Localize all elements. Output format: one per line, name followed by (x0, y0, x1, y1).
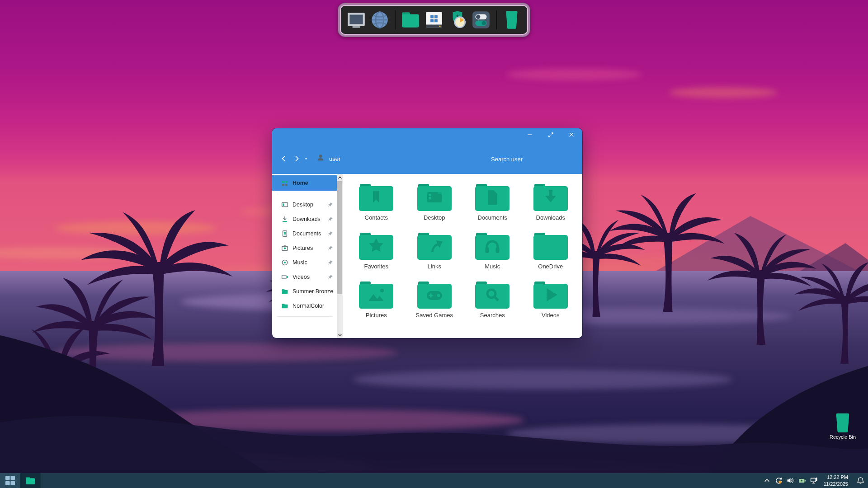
documents-icon (281, 230, 288, 237)
sidebar-item-label: Documents (292, 230, 321, 237)
folder-label: Pictures (366, 312, 387, 319)
folder-music-icon (474, 232, 511, 261)
folder-item-favorites[interactable]: Favorites (347, 232, 406, 270)
dock-icon-row (340, 5, 528, 35)
folder-item-videos[interactable]: Videos (522, 281, 580, 319)
folder-documents-icon (474, 183, 511, 212)
sync-icon[interactable] (775, 477, 783, 484)
minimize-button[interactable] (526, 131, 533, 138)
forward-icon (293, 155, 300, 162)
folder-item-music[interactable]: Music (463, 232, 522, 270)
scroll-down-icon (338, 333, 342, 337)
pin-icon[interactable] (327, 274, 333, 280)
folder-label: Desktop (424, 214, 445, 221)
recycle-bin-desktop-icon[interactable]: Recycle Bin (829, 413, 856, 440)
sidebar-item-label: Music (292, 259, 307, 266)
downloads-icon (281, 216, 288, 223)
dock-globe-icon[interactable] (369, 9, 391, 31)
pin-icon[interactable] (327, 231, 333, 237)
folder-label: Contacts (365, 214, 388, 221)
back-button[interactable] (278, 152, 290, 165)
breadcrumb[interactable]: user (329, 155, 340, 162)
folder-item-documents[interactable]: Documents (463, 183, 522, 221)
sidebar: HomeDesktopDownloadsDocumentsPicturesMus… (272, 174, 337, 338)
folder-label: Favorites (364, 263, 388, 270)
titlebar: user (272, 128, 582, 174)
folder-item-pictures[interactable]: Pictures (347, 281, 406, 319)
scroll-up-button[interactable] (337, 174, 343, 181)
sidebar-item-normalcolor[interactable]: NormalColor (272, 299, 337, 313)
folder-item-links[interactable]: Links (406, 232, 464, 270)
folder-pictures-icon (358, 281, 395, 310)
recycle-bin-label: Recycle Bin (830, 434, 856, 440)
sidebar-item-pictures[interactable]: Pictures (272, 241, 337, 255)
pin-icon[interactable] (327, 202, 333, 208)
dock-display-icon[interactable] (345, 9, 367, 31)
dock (338, 3, 530, 37)
search-input[interactable] (490, 152, 578, 166)
folder-label: Saved Games (416, 312, 453, 319)
system-tray: 12:22 PM 11/22/2025 (763, 473, 868, 488)
sidebar-item-label: Downloads (292, 216, 321, 222)
dock-divider (395, 10, 396, 29)
dock-folder-icon[interactable] (400, 9, 421, 31)
sidebar-item-label: Pictures (292, 245, 313, 251)
scroll-up-icon (338, 176, 342, 179)
clock-time: 12:22 PM (824, 474, 848, 480)
taskbar-clock[interactable]: 12:22 PM 11/22/2025 (824, 474, 848, 487)
pin-icon[interactable] (327, 245, 333, 251)
dock-trash-icon[interactable] (501, 9, 523, 31)
folder-label: Links (428, 263, 441, 270)
folder-item-contacts[interactable]: Contacts (347, 183, 406, 221)
sidebar-item-home[interactable]: Home (272, 175, 337, 191)
folder-item-desktop[interactable]: Desktop (406, 183, 464, 221)
dock-settings-toggles-icon[interactable] (470, 9, 492, 31)
pen-display-icon[interactable] (810, 477, 818, 484)
window-controls (526, 131, 575, 138)
sidebar-item-documents[interactable]: Documents (272, 226, 337, 241)
dock-security-clock-icon[interactable] (447, 9, 468, 31)
pin-icon[interactable] (327, 216, 333, 222)
window-body: HomeDesktopDownloadsDocumentsPicturesMus… (272, 174, 582, 338)
sidebar-item-desktop[interactable]: Desktop (272, 197, 337, 212)
scrollbar-thumb[interactable] (337, 181, 342, 294)
folder-item-searches[interactable]: Searches (463, 281, 522, 319)
folder-item-downloads[interactable]: Downloads (522, 183, 580, 221)
folder-item-onedrive[interactable]: OneDrive (522, 232, 580, 270)
dock-divider (496, 10, 497, 29)
folder-label: OneDrive (538, 263, 563, 270)
sidebar-scrollbar[interactable] (337, 174, 343, 338)
folder-searches-icon (474, 281, 511, 310)
file-explorer-taskbar-button[interactable] (20, 473, 41, 488)
folder-favorites-icon (358, 232, 395, 261)
start-button[interactable] (0, 473, 20, 488)
pin-icon[interactable] (327, 260, 333, 266)
sidebar-item-music[interactable]: Music (272, 255, 337, 270)
clock-date: 11/22/2025 (824, 481, 848, 487)
folder-desktop-icon (416, 183, 453, 212)
close-button[interactable] (568, 131, 575, 138)
scroll-down-button[interactable] (337, 331, 343, 338)
folder-label: Videos (542, 312, 560, 319)
minimize-icon (527, 132, 533, 137)
maximize-button[interactable] (547, 131, 554, 138)
sidebar-item-downloads[interactable]: Downloads (272, 212, 337, 226)
pictures-icon (281, 244, 288, 252)
folder-label: Searches (480, 312, 505, 319)
dock-windows-drive-icon[interactable] (423, 9, 445, 31)
navigation-bar: user (278, 152, 340, 165)
battery-icon[interactable] (798, 477, 806, 484)
chevron-up-icon[interactable] (763, 477, 771, 484)
sidebar-item-label: Desktop (292, 202, 313, 208)
folder-item-saved-games[interactable]: Saved Games (406, 281, 464, 319)
sidebar-item-summer-bronze[interactable]: Summer Bronze (272, 284, 337, 299)
notifications-button[interactable] (857, 477, 864, 484)
forward-button[interactable] (290, 152, 303, 165)
volume-icon[interactable] (787, 477, 794, 484)
desktop-icon (281, 201, 288, 208)
sidebar-item-videos[interactable]: Videos (272, 270, 337, 284)
folder-links-icon (416, 232, 453, 261)
close-icon (569, 132, 574, 137)
folder-label: Music (485, 263, 500, 270)
folder-small-icon (281, 288, 288, 295)
